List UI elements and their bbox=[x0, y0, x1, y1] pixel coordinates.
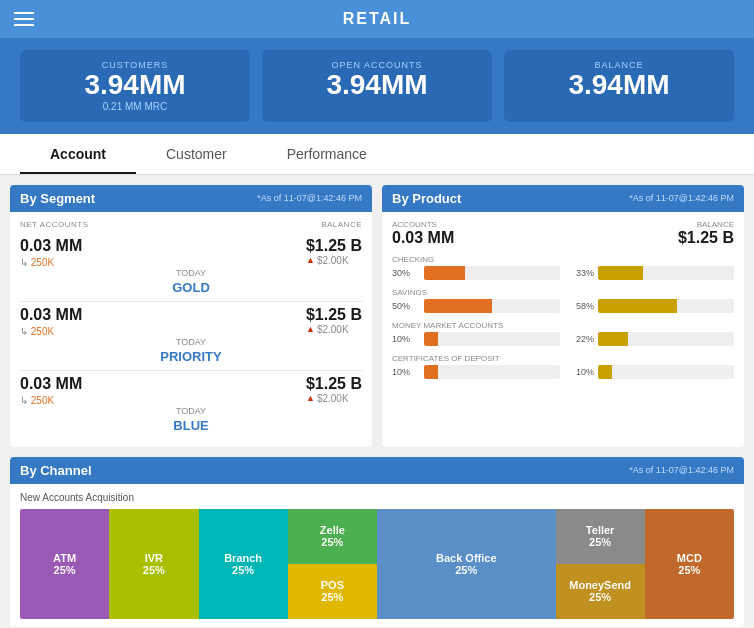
bar-pct-right: 22% bbox=[564, 334, 594, 344]
priority-accounts: 0.03 MM bbox=[20, 306, 82, 324]
segment-row-blue: 0.03 MM ↳ 250K $1.25 B ▲$2.00K TODAY BLU… bbox=[20, 371, 362, 439]
tab-performance[interactable]: Performance bbox=[257, 134, 397, 174]
priority-balance: $1.25 B bbox=[306, 306, 362, 324]
by-product-card: By Product *As of 11-07@1:42:46 PM ACCOU… bbox=[382, 185, 744, 447]
segment-label: MoneySend bbox=[569, 579, 631, 591]
bar-fill-right bbox=[598, 299, 677, 313]
segment-pct: 25% bbox=[54, 564, 76, 576]
bar-pct-left: 10% bbox=[392, 367, 420, 377]
segment-label: IVR bbox=[145, 552, 163, 564]
bar-left bbox=[424, 266, 560, 280]
segment-pct: 25% bbox=[455, 564, 477, 576]
bar-left bbox=[424, 332, 560, 346]
segment-card-header: By Segment *As of 11-07@1:42:46 PM bbox=[10, 185, 372, 212]
bar-fill-left bbox=[424, 266, 465, 280]
blue-accounts: 0.03 MM bbox=[20, 375, 82, 393]
bar-pct-left: 50% bbox=[392, 301, 420, 311]
channel-segment-bottom: MoneySend25% bbox=[556, 564, 645, 619]
bar-left bbox=[424, 299, 560, 313]
tab-account[interactable]: Account bbox=[20, 134, 136, 174]
segment-label: Zelle bbox=[320, 524, 345, 536]
app-header: RETAIL bbox=[0, 0, 754, 38]
channel-segment: Branch25% bbox=[199, 509, 288, 619]
gold-sub: ↳ 250K bbox=[20, 257, 82, 268]
main-content: By Segment *As of 11-07@1:42:46 PM NET A… bbox=[0, 175, 754, 628]
segment-row-gold: 0.03 MM ↳ 250K $1.25 B ▲$2.00K TODAY GOL… bbox=[20, 233, 362, 302]
gold-balance-sub: ▲$2.00K bbox=[306, 255, 362, 266]
kpi-open-accounts-value: 3.94MM bbox=[282, 70, 472, 101]
segment-pct: 25% bbox=[321, 536, 343, 548]
kpi-customers-sub: 0.21 MM MRC bbox=[40, 101, 230, 112]
menu-button[interactable] bbox=[14, 12, 34, 26]
product-item-bars: 10% 10% bbox=[392, 365, 734, 379]
product-total-row: ACCOUNTS 0.03 MM BALANCE $1.25 B bbox=[392, 220, 734, 247]
segment-label: ATM bbox=[53, 552, 76, 564]
gold-balance: $1.25 B bbox=[306, 237, 362, 255]
blue-balance-sub: ▲$2.00K bbox=[306, 393, 362, 404]
priority-today: TODAY bbox=[20, 337, 362, 347]
product-body: ACCOUNTS 0.03 MM BALANCE $1.25 B CHECKIN… bbox=[382, 212, 744, 395]
tab-bar: Account Customer Performance bbox=[0, 134, 754, 175]
channel-segment-bottom: POS25% bbox=[288, 564, 377, 619]
bar-pct-left: 10% bbox=[392, 334, 420, 344]
blue-today: TODAY bbox=[20, 406, 362, 416]
tab-customer[interactable]: Customer bbox=[136, 134, 257, 174]
product-title: By Product bbox=[392, 191, 461, 206]
product-items-list: CHECKING 30% 33% SAVINGS 50% 58% bbox=[392, 255, 734, 379]
channel-segment-top: Zelle25% bbox=[288, 509, 377, 564]
row-segment-product: By Segment *As of 11-07@1:42:46 PM NET A… bbox=[10, 185, 744, 447]
segment-label: Back Office bbox=[436, 552, 497, 564]
by-segment-card: By Segment *As of 11-07@1:42:46 PM NET A… bbox=[10, 185, 372, 447]
segment-title: By Segment bbox=[20, 191, 95, 206]
app-title: RETAIL bbox=[343, 10, 412, 28]
product-accounts-value: 0.03 MM bbox=[392, 229, 454, 247]
segment-body: NET ACCOUNTS BALANCE 0.03 MM ↳ 250K $1.2… bbox=[10, 212, 372, 447]
kpi-balance: BALANCE 3.94MM bbox=[504, 50, 734, 122]
product-timestamp: *As of 11-07@1:42:46 PM bbox=[629, 193, 734, 203]
bar-left bbox=[424, 365, 560, 379]
bar-right bbox=[598, 266, 734, 280]
gold-accounts: 0.03 MM bbox=[20, 237, 82, 255]
product-item: MONEY MARKET ACCOUNTS 10% 22% bbox=[392, 321, 734, 346]
segment-pct: 25% bbox=[678, 564, 700, 576]
channel-segment: ATM25% bbox=[20, 509, 109, 619]
bar-fill-left bbox=[424, 332, 438, 346]
channel-segment-wrapper: Teller25%MoneySend25% bbox=[556, 509, 645, 619]
product-balance-label: BALANCE bbox=[678, 220, 734, 229]
product-card-header: By Product *As of 11-07@1:42:46 PM bbox=[382, 185, 744, 212]
product-item-bars: 10% 22% bbox=[392, 332, 734, 346]
product-item-label: CHECKING bbox=[392, 255, 734, 264]
product-item-label: SAVINGS bbox=[392, 288, 734, 297]
priority-balance-sub: ▲$2.00K bbox=[306, 324, 362, 335]
priority-label: PRIORITY bbox=[20, 347, 362, 366]
product-balance-value: $1.25 B bbox=[678, 229, 734, 247]
product-item: CERTIFICATES OF DEPOSIT 10% 10% bbox=[392, 354, 734, 379]
blue-label: BLUE bbox=[20, 416, 362, 435]
channel-segment: MCD25% bbox=[645, 509, 734, 619]
product-item-label: CERTIFICATES OF DEPOSIT bbox=[392, 354, 734, 363]
gold-label: GOLD bbox=[20, 278, 362, 297]
bar-pct-right: 10% bbox=[564, 367, 594, 377]
product-item: SAVINGS 50% 58% bbox=[392, 288, 734, 313]
channel-segment: Back Office25% bbox=[377, 509, 556, 619]
gold-today: TODAY bbox=[20, 268, 362, 278]
by-channel-card: By Channel *As of 11-07@1:42:46 PM New A… bbox=[10, 457, 744, 627]
bar-pct-left: 30% bbox=[392, 268, 420, 278]
segment-pct: 25% bbox=[589, 591, 611, 603]
segment-label: MCD bbox=[677, 552, 702, 564]
bar-fill-left bbox=[424, 365, 438, 379]
segment-row-priority: 0.03 MM ↳ 250K $1.25 B ▲$2.00K TODAY PRI… bbox=[20, 302, 362, 371]
segment-label: Teller bbox=[586, 524, 615, 536]
bar-right bbox=[598, 332, 734, 346]
segment-label: Branch bbox=[224, 552, 262, 564]
channel-segment-wrapper: Zelle25%POS25% bbox=[288, 509, 377, 619]
kpi-customers-value: 3.94MM bbox=[40, 70, 230, 101]
bar-fill-right bbox=[598, 332, 628, 346]
segment-pct: 25% bbox=[143, 564, 165, 576]
blue-balance: $1.25 B bbox=[306, 375, 362, 393]
kpi-customers: CUSTOMERS 3.94MM 0.21 MM MRC bbox=[20, 50, 250, 122]
channel-chart: ATM25%IVR25%Branch25%Zelle25%POS25%Back … bbox=[20, 509, 734, 619]
bar-right bbox=[598, 299, 734, 313]
bar-fill-right bbox=[598, 365, 612, 379]
channel-subtitle: New Accounts Acquisition bbox=[20, 492, 734, 503]
